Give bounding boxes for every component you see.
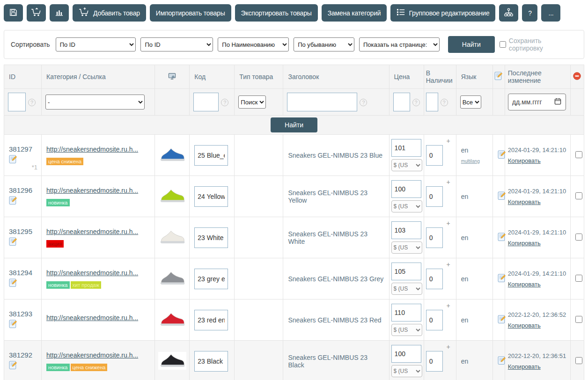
filter-id-input[interactable]	[8, 93, 26, 111]
sort-find-button[interactable]: Найти	[448, 36, 495, 53]
price-input[interactable]	[391, 180, 421, 198]
stock-increase-control[interactable]: +	[447, 178, 450, 186]
save-button[interactable]	[4, 4, 23, 22]
delete-column-icon[interactable]	[573, 74, 581, 81]
copy-link[interactable]: Копировать	[508, 240, 541, 247]
product-image[interactable]	[158, 228, 186, 246]
code-input[interactable]	[194, 145, 228, 166]
group-edit-button[interactable]: Групповое редактирование	[390, 4, 495, 22]
sort-select-2[interactable]: По ID	[140, 37, 213, 51]
price-input[interactable]	[391, 221, 421, 239]
copy-link[interactable]: Копировать	[508, 363, 541, 370]
edit-note-icon[interactable]	[9, 361, 18, 371]
product-image[interactable]	[158, 146, 186, 164]
more-button[interactable]: ...	[541, 4, 560, 22]
code-input[interactable]	[194, 227, 228, 248]
price-input[interactable]	[391, 139, 421, 157]
price-input[interactable]	[391, 304, 421, 322]
edit-column-icon	[494, 74, 503, 82]
product-image[interactable]	[158, 311, 186, 329]
product-url-link[interactable]: http://sneakersnedmosite.ru.h...	[46, 228, 138, 235]
sort-select-3[interactable]: По Наименованию	[218, 37, 289, 51]
export-products-button[interactable]: Экспортировать товары	[235, 4, 318, 22]
calendar-icon[interactable]	[554, 98, 561, 107]
filter-title-input[interactable]	[287, 93, 357, 111]
row-checkbox[interactable]	[575, 234, 582, 241]
edit-product-icon[interactable]	[498, 153, 507, 161]
stock-input[interactable]	[426, 227, 443, 248]
stock-input[interactable]	[426, 310, 443, 330]
edit-note-icon[interactable]	[9, 155, 18, 165]
filter-stock-input[interactable]	[426, 93, 438, 111]
code-input[interactable]	[194, 310, 228, 330]
edit-product-icon[interactable]	[498, 194, 507, 202]
help-button[interactable]: ?	[522, 4, 537, 22]
filter-category-select[interactable]: -	[45, 95, 145, 110]
cart-upload-button[interactable]	[27, 4, 46, 22]
currency-select[interactable]: $ (US	[391, 324, 422, 336]
product-image[interactable]	[158, 352, 186, 370]
copy-link[interactable]: Копировать	[508, 157, 541, 164]
stock-increase-control[interactable]: +	[447, 219, 450, 227]
stock-input[interactable]	[426, 269, 443, 289]
filter-lang-select[interactable]: Все	[460, 95, 481, 109]
multilang-link[interactable]: multilang	[461, 159, 480, 164]
category-tree-button[interactable]	[499, 4, 518, 22]
edit-note-icon[interactable]	[9, 278, 18, 289]
filter-price-input[interactable]	[393, 93, 410, 111]
edit-product-icon[interactable]	[498, 235, 507, 243]
product-url-link[interactable]: http://sneakersnedmosite.ru.h...	[46, 351, 138, 359]
stock-increase-control[interactable]: +	[447, 302, 450, 309]
price-input[interactable]	[391, 345, 421, 363]
product-image[interactable]	[158, 187, 186, 205]
filter-type-select[interactable]: Поиск	[238, 95, 266, 109]
code-input[interactable]	[194, 351, 228, 372]
row-checkbox[interactable]	[575, 357, 582, 364]
sort-select-4[interactable]: По убыванию	[294, 37, 354, 51]
currency-select[interactable]: $ (US	[391, 200, 422, 212]
filter-date-input[interactable]	[512, 98, 552, 106]
edit-product-icon[interactable]	[498, 318, 507, 325]
row-checkbox[interactable]	[575, 275, 582, 282]
currency-select[interactable]: $ (US	[391, 283, 422, 295]
stock-increase-control[interactable]: +	[447, 343, 450, 351]
edit-note-icon[interactable]	[9, 196, 18, 206]
edit-note-icon[interactable]	[9, 237, 18, 248]
per-page-select[interactable]: Показать на странице:	[359, 37, 440, 51]
add-product-button[interactable]: Добавить товар	[73, 4, 146, 22]
edit-product-icon[interactable]	[498, 359, 507, 366]
product-url-link[interactable]: http://sneakersnedmosite.ru.h...	[46, 187, 138, 194]
row-checkbox[interactable]	[575, 151, 582, 158]
row-checkbox[interactable]	[575, 316, 582, 323]
code-input[interactable]	[194, 269, 228, 289]
stock-increase-control[interactable]: +	[447, 137, 450, 145]
currency-select[interactable]: $ (US	[391, 365, 422, 377]
code-input[interactable]	[194, 186, 228, 207]
copy-link[interactable]: Копировать	[508, 322, 541, 329]
save-sort-label: Сохранить сортировку	[509, 37, 577, 52]
stock-input[interactable]	[426, 145, 443, 166]
copy-link[interactable]: Копировать	[508, 198, 541, 205]
sort-select-1[interactable]: По ID	[56, 37, 136, 51]
edit-product-icon[interactable]	[498, 277, 507, 284]
table-find-button[interactable]: Найти	[271, 117, 317, 132]
product-url-link[interactable]: http://sneakersnedmosite.ru.h...	[46, 314, 138, 322]
stock-input[interactable]	[426, 186, 443, 207]
stock-input[interactable]	[426, 351, 443, 372]
product-image[interactable]	[158, 270, 186, 287]
row-checkbox[interactable]	[575, 192, 582, 199]
stock-increase-control[interactable]: +	[447, 261, 450, 268]
currency-select[interactable]: $ (US	[391, 159, 422, 171]
price-input[interactable]	[391, 263, 421, 280]
product-url-link[interactable]: http://sneakersnedmosite.ru.h...	[46, 146, 138, 153]
edit-note-icon[interactable]	[9, 320, 18, 330]
product-url-link[interactable]: http://sneakersnedmosite.ru.h...	[46, 269, 138, 277]
stats-button[interactable]	[50, 4, 69, 22]
product-lang: en	[461, 234, 488, 241]
currency-select[interactable]: $ (US	[391, 241, 422, 254]
filter-code-input[interactable]	[193, 93, 219, 111]
save-sort-checkbox[interactable]	[500, 41, 506, 48]
import-products-button[interactable]: Импортировать товары	[150, 4, 231, 22]
copy-link[interactable]: Копировать	[508, 281, 541, 288]
replace-categories-button[interactable]: Замена категорий	[322, 4, 387, 22]
